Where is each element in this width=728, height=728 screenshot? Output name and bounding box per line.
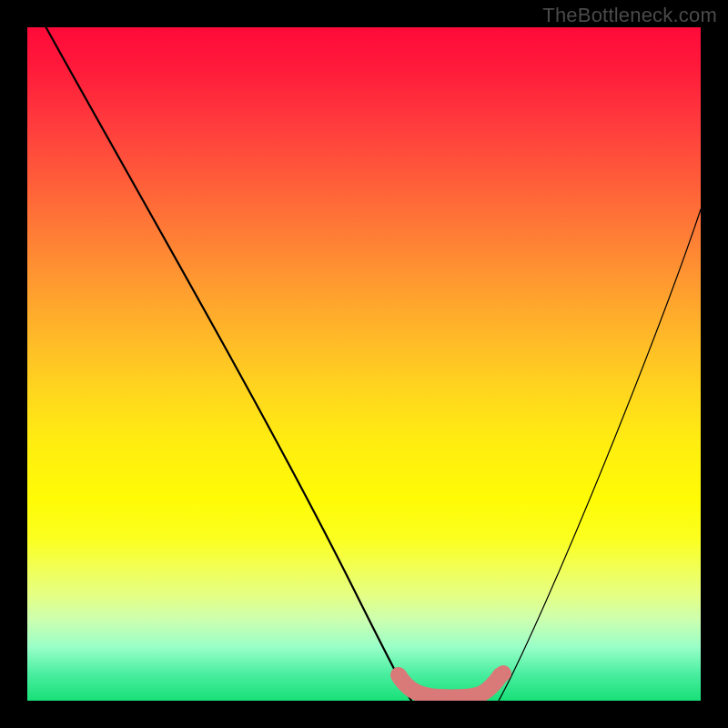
curve-layer	[27, 27, 701, 701]
left-curve	[41, 27, 411, 701]
plot-area	[27, 27, 701, 701]
chart-frame: TheBottleneck.com	[0, 0, 728, 728]
watermark-text: TheBottleneck.com	[542, 4, 717, 27]
right-curve	[499, 209, 701, 701]
optimal-band	[399, 675, 500, 698]
optimal-end-dot	[495, 665, 511, 682]
